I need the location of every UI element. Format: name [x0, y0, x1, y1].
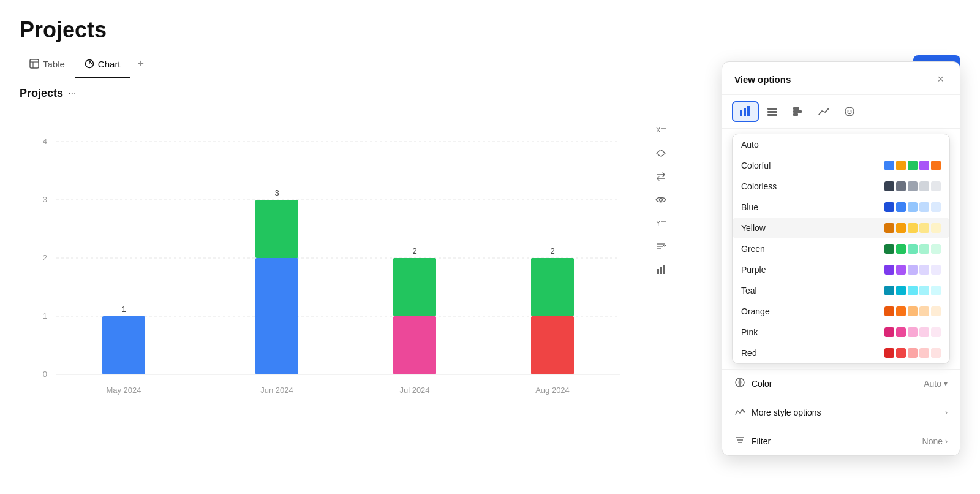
yaxis-icon-btn[interactable]: Y — [650, 213, 671, 234]
filter-section-label: Filter — [752, 436, 771, 446]
color-option-orange[interactable]: Orange — [733, 301, 949, 322]
view-options-sidebar-icons: X Y — [650, 120, 671, 280]
svg-rect-43 — [793, 113, 798, 116]
svg-rect-0 — [30, 59, 39, 68]
color-option-colorless[interactable]: Colorless — [733, 176, 949, 197]
svg-text:4: 4 — [43, 137, 47, 146]
svg-rect-32 — [531, 316, 574, 374]
color-option-green[interactable]: Green — [733, 238, 949, 259]
svg-rect-41 — [793, 107, 799, 110]
svg-rect-20 — [102, 316, 145, 374]
page-title: Projects — [20, 17, 960, 43]
color-option-teal[interactable]: Teal — [733, 280, 949, 301]
svg-text:Y: Y — [656, 219, 661, 227]
tab-chart[interactable]: Chart — [75, 54, 130, 78]
svg-text:1: 1 — [43, 311, 47, 321]
svg-text:Aug 2024: Aug 2024 — [535, 386, 570, 395]
more-style-row[interactable]: More style options › — [722, 398, 960, 427]
color-option-colorful[interactable]: Colorful — [733, 155, 949, 176]
chart-bar-icon-btn[interactable] — [732, 101, 759, 122]
tab-table[interactable]: Table — [20, 54, 75, 78]
svg-text:3: 3 — [43, 195, 47, 204]
view-options-panel: View options × — [722, 61, 960, 456]
color-option-pink[interactable]: Pink — [733, 322, 949, 343]
color-option-red[interactable]: Red — [733, 343, 949, 363]
add-tab-button[interactable]: + — [130, 53, 152, 78]
svg-text:2: 2 — [43, 253, 47, 262]
svg-point-44 — [845, 107, 854, 116]
svg-rect-23 — [255, 258, 298, 374]
svg-rect-28 — [393, 316, 436, 374]
panel-title: View options — [734, 74, 791, 85]
svg-point-54 — [660, 199, 663, 202]
svg-rect-24 — [255, 200, 298, 258]
bar-type-icon-btn[interactable] — [650, 259, 671, 280]
svg-rect-61 — [660, 267, 662, 274]
svg-text:3: 3 — [274, 188, 279, 197]
style-options-icon — [734, 406, 745, 419]
color-section-row: Color Auto ▾ — [722, 369, 960, 398]
color-option-auto[interactable]: Auto — [733, 134, 949, 155]
tab-chart-label: Chart — [98, 59, 121, 69]
svg-point-48 — [744, 411, 745, 413]
swap-icon-btn[interactable] — [650, 166, 671, 187]
xaxis-icon-btn[interactable]: X — [650, 120, 671, 140]
svg-rect-37 — [747, 106, 750, 116]
horizontal-bar-icon-btn[interactable] — [786, 102, 810, 121]
svg-text:0: 0 — [43, 370, 47, 379]
svg-rect-62 — [663, 265, 665, 274]
color-section-icon — [734, 377, 745, 390]
table-icon — [29, 59, 39, 69]
svg-text:2: 2 — [550, 246, 554, 256]
sort-icon-btn[interactable] — [650, 236, 671, 257]
eye-icon-btn[interactable] — [650, 189, 671, 210]
color-chevron-icon: ▾ — [944, 379, 948, 388]
chart-more-dots[interactable]: ··· — [68, 88, 76, 99]
svg-rect-38 — [767, 108, 777, 110]
svg-point-46 — [851, 110, 852, 112]
color-options-dropdown: Auto Colorful Colorless — [732, 134, 950, 364]
bar-chart: 4 3 2 1 0 1 May 2024 3 Jun 2024 — [20, 105, 620, 411]
more-style-label: More style options — [752, 408, 821, 417]
svg-text:May 2024: May 2024 — [106, 386, 141, 395]
chart-subtitle: Projects — [20, 87, 63, 100]
svg-rect-35 — [740, 110, 742, 116]
svg-text:Jul 2024: Jul 2024 — [399, 386, 429, 395]
more-style-chevron-icon: › — [945, 408, 948, 417]
split-icon-btn[interactable] — [650, 143, 671, 164]
svg-rect-60 — [657, 269, 659, 274]
svg-rect-42 — [793, 110, 802, 113]
panel-icon-row — [722, 95, 960, 129]
color-option-yellow[interactable]: Yellow — [733, 218, 949, 238]
svg-text:X: X — [656, 126, 661, 134]
list-icon-btn[interactable] — [760, 102, 785, 121]
color-section-value[interactable]: Auto ▾ — [924, 379, 948, 389]
color-option-purple[interactable]: Purple — [733, 259, 949, 280]
panel-close-button[interactable]: × — [933, 72, 948, 87]
svg-text:Jun 2024: Jun 2024 — [260, 386, 293, 395]
chart-tab-icon — [85, 59, 94, 69]
filter-chevron-icon: › — [945, 437, 948, 446]
svg-rect-31 — [531, 258, 574, 316]
svg-rect-27 — [393, 258, 436, 316]
panel-header: View options × — [722, 62, 960, 95]
svg-rect-36 — [744, 108, 746, 116]
svg-text:1: 1 — [121, 305, 126, 314]
filter-section-icon — [734, 435, 745, 448]
svg-text:2: 2 — [412, 246, 417, 256]
svg-point-45 — [848, 110, 849, 112]
color-option-blue[interactable]: Blue — [733, 197, 949, 218]
svg-rect-40 — [767, 114, 777, 116]
color-section-label: Color — [752, 379, 772, 389]
filter-section-value[interactable]: None › — [922, 436, 948, 446]
svg-rect-39 — [767, 111, 777, 113]
tab-table-label: Table — [43, 59, 65, 69]
smile-icon-btn[interactable] — [837, 102, 862, 121]
line-chart-icon-btn[interactable] — [812, 102, 836, 121]
filter-row[interactable]: Filter None › — [722, 427, 960, 455]
